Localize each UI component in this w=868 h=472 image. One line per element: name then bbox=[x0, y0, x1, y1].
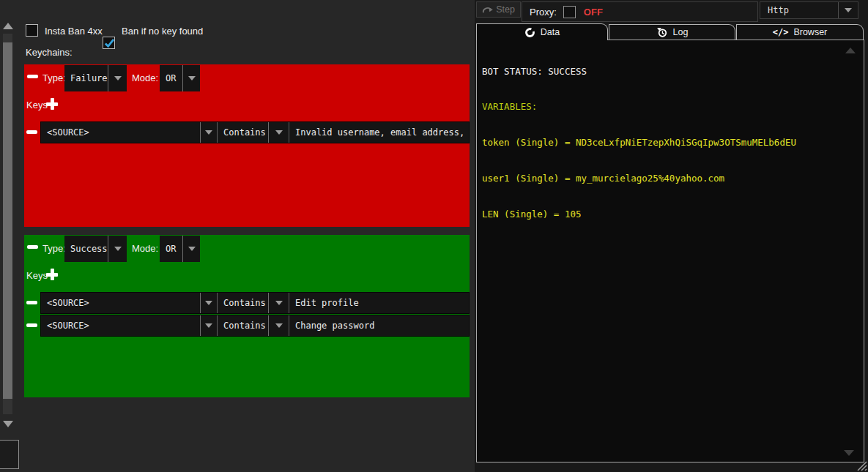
remove-key-icon[interactable] bbox=[26, 323, 37, 327]
key-condition-select[interactable]: Contains bbox=[218, 122, 289, 143]
keychain-mode-select[interactable]: OR bbox=[160, 236, 200, 262]
tab-data-label: Data bbox=[541, 27, 560, 37]
tab-browser-label: Browser bbox=[793, 27, 827, 37]
keys-label: Keys bbox=[26, 270, 48, 281]
tab-browser[interactable]: </> Browser bbox=[736, 24, 864, 40]
chevron-down-icon[interactable] bbox=[108, 236, 127, 262]
tab-data[interactable]: Data bbox=[476, 23, 608, 40]
mode-label: Mode: bbox=[132, 243, 158, 254]
key-value-input[interactable]: Change password bbox=[289, 315, 469, 336]
bottom-left-panel-corner bbox=[0, 440, 19, 469]
keychain-mode-value: OR bbox=[160, 236, 182, 262]
proxy-type-value: Http bbox=[760, 2, 838, 18]
content-scroll-up-icon[interactable] bbox=[845, 48, 856, 53]
code-icon: </> bbox=[773, 27, 789, 37]
key-condition-value: Contains bbox=[218, 293, 268, 313]
proxy-group: Proxy: OFF bbox=[522, 1, 758, 22]
key-condition-value: Contains bbox=[218, 122, 268, 143]
insta-ban-label: Insta Ban 4xx bbox=[45, 26, 103, 37]
ban-no-key-label: Ban if no key found bbox=[122, 26, 203, 37]
key-value-input[interactable]: Invalid username, email address, or bbox=[289, 122, 469, 143]
scroll-down-icon[interactable] bbox=[3, 421, 13, 427]
content-scroll-down-icon[interactable] bbox=[844, 450, 854, 456]
scroll-up-icon[interactable] bbox=[3, 23, 13, 29]
add-key-icon[interactable] bbox=[46, 269, 58, 280]
remove-key-icon[interactable] bbox=[26, 301, 37, 304]
tab-log[interactable]: Log bbox=[609, 24, 735, 40]
chevron-down-icon[interactable] bbox=[200, 315, 217, 336]
key-source-value: <SOURCE> bbox=[41, 122, 200, 143]
keychain-mode-value: OR bbox=[160, 65, 182, 91]
keychain-failure-block: Type: Failure Mode: OR Keys <SOURCE> Con… bbox=[24, 64, 470, 227]
chevron-down-icon[interactable] bbox=[108, 65, 127, 91]
keychain-success-block: Type: Success Mode: OR Keys <SOURCE> Con… bbox=[24, 235, 470, 397]
remove-keychain-icon[interactable] bbox=[27, 245, 38, 249]
remove-keychain-icon[interactable] bbox=[27, 75, 38, 78]
key-source-select[interactable]: <SOURCE> bbox=[41, 293, 218, 313]
key-source-select[interactable]: <SOURCE> bbox=[41, 315, 218, 336]
key-source-value: <SOURCE> bbox=[41, 293, 200, 313]
keychain-type-select[interactable]: Success bbox=[64, 236, 127, 262]
type-label: Type: bbox=[42, 243, 66, 254]
key-row: <SOURCE> Contains Invalid username, emai… bbox=[40, 121, 470, 143]
ban-no-key-checkbox[interactable] bbox=[103, 37, 115, 49]
step-arrow-icon bbox=[482, 5, 493, 14]
key-condition-select[interactable]: Contains bbox=[218, 315, 289, 336]
keychain-mode-select[interactable]: OR bbox=[160, 65, 200, 91]
variable-len-line: LEN (Single) = 105 bbox=[482, 209, 845, 220]
key-value-input[interactable]: Edit profile bbox=[289, 293, 469, 313]
key-source-select[interactable]: <SOURCE> bbox=[41, 122, 218, 143]
chevron-down-icon[interactable] bbox=[182, 65, 200, 91]
chevron-down-icon[interactable] bbox=[182, 236, 200, 262]
chevron-down-icon[interactable] bbox=[268, 122, 289, 143]
tab-log-label: Log bbox=[673, 27, 689, 37]
key-condition-select[interactable]: Contains bbox=[218, 293, 289, 313]
left-scrollbar-thumb[interactable] bbox=[3, 42, 12, 399]
variables-header-line: VARIABLES: bbox=[482, 101, 845, 113]
remove-key-icon[interactable] bbox=[26, 130, 37, 134]
check-icon bbox=[104, 37, 115, 48]
bot-output-text: BOT STATUS: SUCCESS VARIABLES: token (Si… bbox=[482, 42, 845, 233]
keychain-type-value: Success bbox=[64, 236, 108, 262]
bot-status-line: BOT STATUS: SUCCESS bbox=[482, 66, 845, 78]
proxy-checkbox[interactable] bbox=[563, 6, 576, 18]
keychain-type-select[interactable]: Failure bbox=[64, 65, 127, 91]
step-button[interactable]: Step bbox=[476, 1, 521, 18]
chevron-down-icon[interactable] bbox=[200, 293, 217, 313]
key-condition-value: Contains bbox=[218, 315, 268, 336]
step-button-label: Step bbox=[496, 4, 515, 15]
key-row: <SOURCE> Contains Change password bbox=[40, 315, 470, 337]
mode-label: Mode: bbox=[132, 72, 158, 83]
key-source-value: <SOURCE> bbox=[41, 315, 200, 336]
keys-label: Keys bbox=[26, 100, 48, 110]
key-row: <SOURCE> Contains Edit profile bbox=[40, 292, 470, 314]
variable-user1-line: user1 (Single) = my_murcielago25%40yahoo… bbox=[482, 173, 845, 184]
resize-grip-icon[interactable] bbox=[856, 460, 867, 471]
add-key-icon[interactable] bbox=[46, 98, 58, 110]
proxy-status-badge: OFF bbox=[584, 7, 603, 18]
proxy-type-select[interactable]: Http bbox=[760, 1, 858, 19]
keychains-label: Keychains: bbox=[26, 47, 73, 58]
proxy-label: Proxy: bbox=[530, 7, 557, 18]
data-ring-icon bbox=[524, 27, 535, 38]
variable-token-line: token (Single) = ND3ceLxfpNiETzepXhQiSGq… bbox=[482, 137, 845, 149]
chevron-down-icon[interactable] bbox=[268, 293, 289, 313]
chevron-down-icon[interactable] bbox=[268, 315, 289, 336]
chevron-down-icon[interactable] bbox=[200, 122, 217, 143]
history-clock-icon bbox=[656, 27, 668, 38]
insta-ban-checkbox[interactable] bbox=[26, 24, 38, 37]
chevron-down-icon[interactable] bbox=[838, 2, 858, 18]
keychain-type-value: Failure bbox=[64, 65, 108, 91]
type-label: Type: bbox=[42, 72, 66, 83]
